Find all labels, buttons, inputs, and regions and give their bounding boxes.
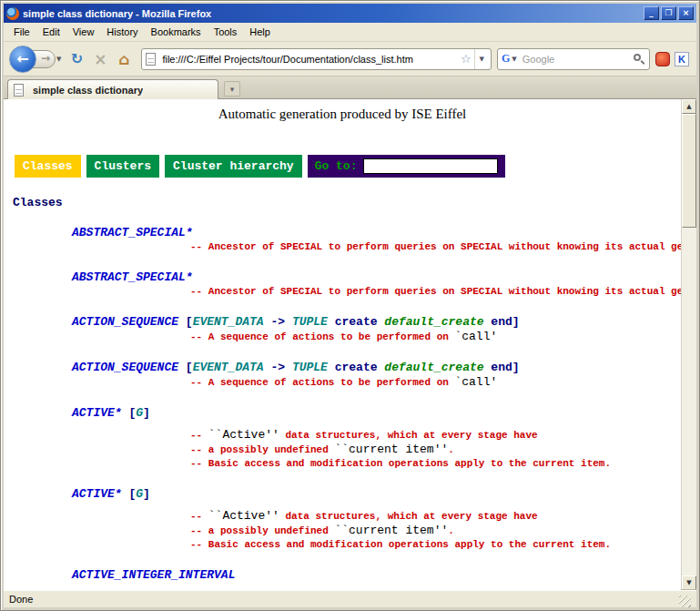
search-icon[interactable] <box>633 53 645 66</box>
class-name-link[interactable]: ACTIVE_INTEGER_INTERVAL <box>72 568 681 583</box>
stop-button[interactable]: × <box>89 48 111 70</box>
class-comment: -- ``Active'' data structures, which at … <box>190 428 681 471</box>
menu-history[interactable]: History <box>100 25 144 39</box>
scrollbar-track[interactable] <box>682 114 696 575</box>
class-comment: -- Ancestor of SPECIAL to perform querie… <box>190 240 681 254</box>
scroll-down-button[interactable]: ▼ <box>682 575 696 590</box>
menu-view[interactable]: View <box>66 25 101 39</box>
class-name-link[interactable]: ACTION_SEQUENCE [EVENT_DATA -> TUPLE cre… <box>72 315 681 330</box>
class-entry: ACTIVE_INTEGER_INTERVAL <box>4 568 681 583</box>
clusters-button[interactable]: Clusters <box>86 155 159 178</box>
status-bar: Done <box>4 590 696 607</box>
class-list: ABSTRACT_SPECIAL*-- Ancestor of SPECIAL … <box>4 226 681 583</box>
navigation-toolbar: ← → ▼ ↻ × ⌂ ☆ ▼ G ▼ K <box>4 42 696 76</box>
browser-window: simple class dictionary - Mozilla Firefo… <box>0 0 700 611</box>
class-comment: -- A sequence of actions to be performed… <box>190 330 681 344</box>
class-entry: ACTIVE* [G]-- ``Active'' data structures… <box>4 487 681 552</box>
menu-edit[interactable]: Edit <box>36 25 66 39</box>
status-text: Done <box>9 594 679 605</box>
page-heading: Automatic generation produced by ISE Eif… <box>4 107 681 122</box>
page-viewport: Automatic generation produced by ISE Eif… <box>4 99 681 590</box>
search-bar: G ▼ <box>497 48 650 70</box>
cluster-hierarchy-button[interactable]: Cluster hierarchy <box>165 155 302 178</box>
class-name-link[interactable]: ABSTRACT_SPECIAL* <box>72 270 681 285</box>
class-entry: ACTION_SEQUENCE [EVENT_DATA -> TUPLE cre… <box>4 361 681 390</box>
tab-favicon <box>14 84 24 97</box>
page-content: Automatic generation produced by ISE Eif… <box>4 99 681 583</box>
history-dropdown-icon[interactable]: ▼ <box>56 56 61 63</box>
back-button[interactable]: ← <box>9 46 36 73</box>
tab-label: simple class dictionary <box>33 85 143 96</box>
title-bar: simple class dictionary - Mozilla Firefo… <box>4 4 696 23</box>
google-engine-icon[interactable]: G <box>502 52 510 66</box>
class-name-link[interactable]: ACTIVE* [G] <box>72 406 681 421</box>
maximize-button[interactable]: ❐ <box>661 6 676 20</box>
home-button[interactable]: ⌂ <box>113 48 135 70</box>
page-nav-row: Classes Clusters Cluster hierarchy Go to… <box>15 155 681 178</box>
class-comment: -- ``Active'' data structures, which at … <box>190 509 681 552</box>
window-title: simple class dictionary - Mozilla Firefo… <box>23 8 642 19</box>
class-entry: ACTION_SEQUENCE [EVENT_DATA -> TUPLE cre… <box>4 315 681 344</box>
scrollbar-thumb[interactable] <box>682 114 696 228</box>
class-entry: ABSTRACT_SPECIAL*-- Ancestor of SPECIAL … <box>4 226 681 254</box>
tab-simple-class-dictionary[interactable]: simple class dictionary <box>7 79 218 99</box>
resize-grip[interactable] <box>679 596 691 607</box>
url-input[interactable] <box>160 53 458 66</box>
class-entry: ABSTRACT_SPECIAL*-- Ancestor of SPECIAL … <box>4 270 681 299</box>
engine-dropdown-icon[interactable]: ▼ <box>512 56 516 63</box>
url-dropdown-icon[interactable]: ▼ <box>474 49 487 69</box>
firefox-icon <box>6 7 19 20</box>
menu-file[interactable]: File <box>7 25 36 39</box>
goto-label: Go to: <box>315 159 358 173</box>
menu-bookmarks[interactable]: Bookmarks <box>145 25 208 39</box>
content-area: Automatic generation produced by ISE Eif… <box>4 99 696 590</box>
class-name-link[interactable]: ACTIVE* [G] <box>72 487 681 502</box>
addon-icon-red[interactable] <box>655 52 670 66</box>
class-comment: -- Ancestor of SPECIAL to perform querie… <box>190 285 681 299</box>
goto-input[interactable] <box>363 158 498 174</box>
list-all-tabs-button[interactable]: ▾ <box>224 81 240 97</box>
classes-section-title: Classes <box>13 196 681 209</box>
menu-help[interactable]: Help <box>243 25 277 39</box>
class-name-link[interactable]: ACTION_SEQUENCE [EVENT_DATA -> TUPLE cre… <box>72 361 681 375</box>
bookmark-star-icon[interactable]: ☆ <box>461 52 472 66</box>
class-entry: ACTIVE* [G]-- ``Active'' data structures… <box>4 406 681 471</box>
menu-tools[interactable]: Tools <box>208 25 244 39</box>
refresh-button[interactable]: ↻ <box>66 48 87 70</box>
class-comment: -- A sequence of actions to be performed… <box>190 375 681 390</box>
page-favicon <box>146 53 156 66</box>
classes-button[interactable]: Classes <box>15 155 81 178</box>
menu-bar: File Edit View History Bookmarks Tools H… <box>4 23 696 42</box>
close-button[interactable]: × <box>678 6 694 20</box>
minimize-button[interactable]: _ <box>644 6 659 20</box>
vertical-scrollbar: ▲ ▼ <box>681 99 696 590</box>
class-name-link[interactable]: ABSTRACT_SPECIAL* <box>72 226 681 240</box>
tab-strip: simple class dictionary ▾ <box>4 76 696 99</box>
addon-icon-k[interactable]: K <box>675 52 689 66</box>
scroll-up-button[interactable]: ▲ <box>682 99 696 114</box>
goto-box: Go to: <box>308 155 506 178</box>
address-bar: ☆ ▼ <box>141 48 492 70</box>
search-input[interactable] <box>521 53 633 66</box>
